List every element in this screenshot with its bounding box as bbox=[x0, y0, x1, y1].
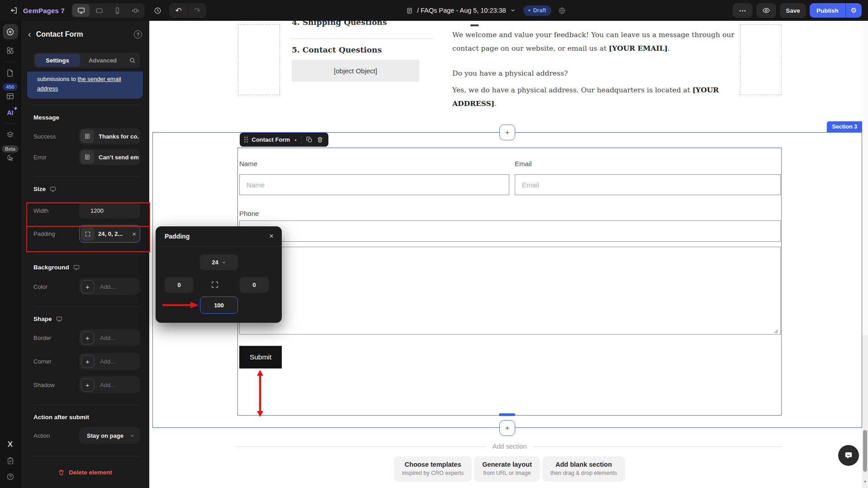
page-icon bbox=[406, 7, 413, 14]
faq-shipping-heading[interactable]: 4. Shipping Questions bbox=[292, 21, 387, 27]
duplicate-icon[interactable] bbox=[306, 136, 313, 143]
width-input[interactable] bbox=[79, 202, 140, 219]
choose-templates-card[interactable]: Choose templates inspired by CRO experts bbox=[394, 456, 472, 482]
canvas-scrollbar[interactable]: ▾ bbox=[862, 21, 868, 488]
add-shadow-button[interactable]: + Add... bbox=[79, 376, 140, 393]
templates-icon[interactable] bbox=[6, 92, 14, 100]
link-values-icon[interactable] bbox=[210, 280, 219, 289]
undo-button[interactable]: ↶ bbox=[169, 3, 188, 18]
contact-form-element[interactable]: Name Email Phone Submit bbox=[237, 148, 782, 416]
undo-redo-group: ↶ ↷ bbox=[169, 3, 206, 18]
delete-icon[interactable] bbox=[317, 136, 323, 143]
collapse-icon[interactable]: ▲ bbox=[294, 138, 297, 141]
phone-input[interactable] bbox=[239, 220, 781, 242]
chat-support-button[interactable] bbox=[838, 445, 859, 466]
interactions-icon[interactable] bbox=[6, 153, 14, 162]
publish-settings-gear-icon[interactable]: ⚙ bbox=[845, 3, 862, 18]
add-section-label-row: Add section bbox=[237, 443, 782, 450]
add-section-below-button[interactable]: + bbox=[499, 420, 515, 436]
mobile-view-button[interactable] bbox=[109, 4, 126, 17]
add-corner-button[interactable]: + Add... bbox=[79, 353, 140, 370]
section-3-label[interactable]: Section 3 bbox=[827, 121, 862, 132]
popup-title: Padding bbox=[165, 233, 190, 240]
padding-right-input[interactable] bbox=[240, 277, 269, 293]
scrollbar-down-arrow[interactable]: ▾ bbox=[862, 479, 868, 484]
clear-padding-icon[interactable]: × bbox=[132, 230, 136, 238]
message-textarea[interactable] bbox=[239, 247, 781, 335]
search-icon[interactable] bbox=[125, 57, 139, 64]
clipboard-check-icon[interactable] bbox=[6, 457, 14, 465]
textarea-resize-grip[interactable] bbox=[773, 328, 778, 334]
more-options-button[interactable]: ⋯ bbox=[733, 3, 753, 18]
padding-bottom-input[interactable] bbox=[200, 297, 238, 314]
sections-library-icon[interactable] bbox=[6, 46, 14, 55]
name-input[interactable] bbox=[239, 174, 509, 195]
object-object-box[interactable]: [object Object] bbox=[292, 60, 419, 81]
element-name[interactable]: Contact Form bbox=[252, 136, 290, 143]
globe-icon[interactable] bbox=[558, 7, 566, 14]
tab-advanced[interactable]: Advanced bbox=[80, 54, 125, 67]
element-bottom-handle[interactable] bbox=[499, 413, 515, 416]
desktop-scope-icon bbox=[73, 264, 80, 271]
close-icon[interactable]: × bbox=[269, 232, 274, 241]
faq-contact-heading[interactable]: 5. Contact Questions bbox=[292, 45, 382, 54]
empty-column-placeholder[interactable] bbox=[238, 24, 280, 95]
tab-settings[interactable]: Settings bbox=[35, 54, 80, 67]
preview-button[interactable] bbox=[756, 3, 776, 18]
save-button[interactable]: Save bbox=[780, 3, 806, 18]
desktop-view-button[interactable] bbox=[72, 4, 90, 17]
add-color-button[interactable]: + Add... bbox=[79, 278, 140, 295]
add-blank-section-card[interactable]: Add blank section then drag & drop eleme… bbox=[542, 456, 625, 482]
trash-icon bbox=[58, 469, 65, 476]
action-select[interactable]: Stay on page bbox=[79, 427, 140, 444]
top-toolbar: GemPages 7 ↶ ↷ / FAQs Page - Aug 5, 10:2… bbox=[0, 0, 868, 21]
annotation-arrow bbox=[161, 301, 199, 309]
add-border-button[interactable]: + Add... bbox=[79, 329, 140, 346]
desktop-scope-icon bbox=[56, 316, 62, 322]
exit-editor-icon[interactable] bbox=[10, 6, 18, 14]
padding-left-input[interactable] bbox=[165, 277, 194, 293]
add-element-button[interactable] bbox=[3, 24, 18, 39]
panel-title: Contact Form bbox=[36, 30, 129, 38]
back-icon[interactable]: ‹ bbox=[28, 29, 31, 38]
error-message-row: Error Can’t send em... bbox=[33, 149, 140, 165]
history-icon[interactable] bbox=[154, 7, 161, 14]
faq-answer-text[interactable]: We welcome and value your feedback! You … bbox=[452, 24, 737, 110]
success-message-button[interactable]: Thanks for co... bbox=[79, 128, 140, 144]
padding-top-select[interactable]: 24 bbox=[200, 254, 238, 270]
publish-button[interactable]: Publish bbox=[810, 3, 845, 18]
add-section-above-button[interactable]: + bbox=[499, 124, 515, 140]
help-icon[interactable] bbox=[6, 473, 14, 481]
scrollbar-thumb[interactable] bbox=[863, 430, 867, 472]
empty-column-placeholder[interactable] bbox=[740, 24, 782, 95]
redo-button[interactable]: ↷ bbox=[188, 3, 206, 18]
email-input[interactable] bbox=[515, 174, 781, 195]
responsive-view-button[interactable] bbox=[127, 4, 144, 17]
page-title[interactable]: / FAQs Page - Aug 5, 10:23:38 bbox=[417, 7, 506, 14]
shadow-row: Shadow + Add... bbox=[33, 376, 140, 393]
panel-help-icon[interactable]: ? bbox=[134, 30, 142, 38]
settings-tabs: Settings Advanced bbox=[33, 53, 140, 68]
layers-icon[interactable] bbox=[6, 130, 14, 139]
add-section-cards: Choose templates inspired by CRO experts… bbox=[237, 456, 782, 482]
message-section-heading: Message bbox=[33, 114, 140, 121]
ai-assistant-button[interactable]: AI bbox=[7, 109, 14, 116]
sparkle-icon bbox=[14, 107, 17, 110]
drag-handle-icon[interactable] bbox=[244, 137, 248, 143]
delete-element-button[interactable]: Delete element bbox=[21, 469, 149, 476]
submit-button[interactable]: Submit bbox=[239, 346, 282, 368]
tablet-view-button[interactable] bbox=[90, 4, 108, 17]
padding-control[interactable]: 24, 0, 2... × bbox=[79, 225, 140, 243]
page-title-chevron-icon[interactable] bbox=[510, 8, 516, 13]
error-message-button[interactable]: Can’t send em... bbox=[79, 149, 140, 165]
theme-pages-icon[interactable] bbox=[6, 69, 14, 77]
faq-divider bbox=[292, 38, 432, 39]
generate-layout-card[interactable]: Generate layout from URL or image bbox=[474, 456, 540, 482]
email-note-box: submissions to the sender email address bbox=[27, 72, 143, 99]
padding-measure-arrow bbox=[256, 370, 264, 417]
desktop-scope-icon bbox=[50, 186, 56, 192]
brand-logo[interactable]: GemPages 7 bbox=[23, 7, 65, 14]
x-integration-logo[interactable]: X bbox=[8, 440, 13, 449]
plus-icon: + bbox=[81, 378, 94, 392]
padding-icon bbox=[81, 227, 95, 241]
